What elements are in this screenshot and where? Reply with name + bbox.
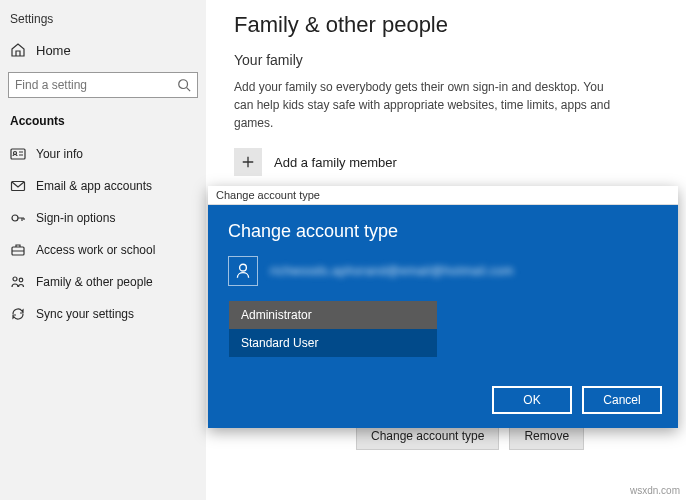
sidebar-item-sync[interactable]: Sync your settings [0, 298, 206, 330]
sidebar-item-label: Family & other people [36, 275, 153, 289]
option-standard-user[interactable]: Standard User [229, 329, 437, 357]
search-input[interactable] [15, 78, 177, 92]
account-email: richwoods.aphorand@email@hotmail.com [270, 264, 514, 278]
sidebar-section: Accounts [0, 110, 206, 138]
search-box[interactable] [8, 72, 198, 98]
ok-button[interactable]: OK [492, 386, 572, 414]
account-type-dropdown[interactable]: Administrator Standard User [228, 300, 438, 358]
account-identity: richwoods.aphorand@email@hotmail.com [228, 256, 658, 286]
nav-home-label: Home [36, 43, 71, 58]
dialog-heading: Change account type [228, 221, 658, 242]
add-family-label: Add a family member [274, 155, 397, 170]
sidebar-item-family[interactable]: Family & other people [0, 266, 206, 298]
sync-icon [10, 306, 26, 322]
svg-point-7 [19, 278, 23, 282]
sidebar-item-work-school[interactable]: Access work or school [0, 234, 206, 266]
settings-sidebar: Settings Home Accounts Your info Email &… [0, 0, 206, 500]
sidebar-item-label: Email & app accounts [36, 179, 152, 193]
svg-point-0 [179, 80, 188, 89]
user-icon [228, 256, 258, 286]
nav-home[interactable]: Home [0, 36, 206, 64]
people-icon [10, 274, 26, 290]
key-icon [10, 210, 26, 226]
home-icon [10, 42, 26, 58]
add-family-member[interactable]: Add a family member [234, 148, 666, 176]
dialog-actions: OK Cancel [208, 374, 678, 428]
search-icon [177, 78, 191, 92]
mail-icon [10, 178, 26, 194]
sidebar-item-signin-options[interactable]: Sign-in options [0, 202, 206, 234]
id-card-icon [10, 146, 26, 162]
option-administrator[interactable]: Administrator [229, 301, 437, 329]
sidebar-item-label: Sync your settings [36, 307, 134, 321]
sidebar-item-email-accounts[interactable]: Email & app accounts [0, 170, 206, 202]
plus-icon [234, 148, 262, 176]
change-account-type-dialog: Change account type Change account type … [208, 186, 678, 428]
sidebar-item-your-info[interactable]: Your info [0, 138, 206, 170]
family-heading: Your family [234, 52, 666, 68]
page-title: Family & other people [234, 12, 666, 38]
briefcase-icon [10, 242, 26, 258]
svg-rect-1 [11, 149, 25, 159]
window-title: Settings [0, 8, 206, 36]
svg-point-4 [12, 215, 18, 221]
svg-point-8 [240, 264, 247, 271]
family-description: Add your family so everybody gets their … [234, 78, 614, 132]
sidebar-item-label: Your info [36, 147, 83, 161]
watermark: wsxdn.com [630, 485, 680, 496]
sidebar-item-label: Sign-in options [36, 211, 115, 225]
cancel-button[interactable]: Cancel [582, 386, 662, 414]
svg-point-6 [13, 277, 17, 281]
dialog-titlebar: Change account type [208, 186, 678, 205]
sidebar-item-label: Access work or school [36, 243, 155, 257]
